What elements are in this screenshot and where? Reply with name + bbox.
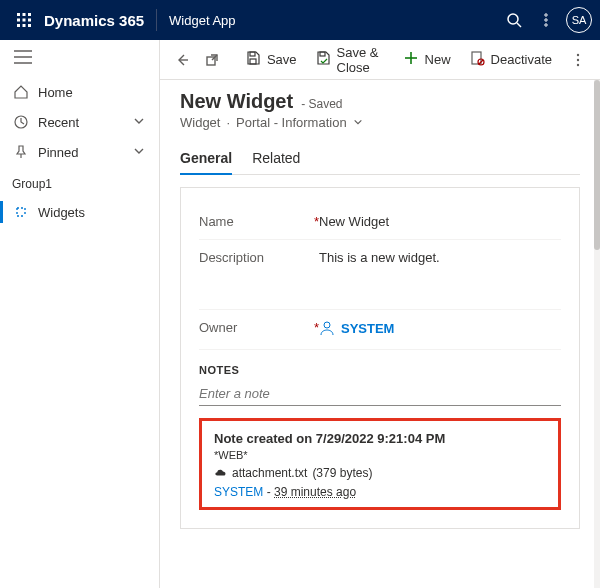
svg-point-13 [545, 24, 547, 26]
note-attachment[interactable]: attachment.txt (379 bytes) [214, 465, 546, 481]
svg-point-31 [577, 63, 579, 65]
svg-point-9 [508, 14, 518, 24]
sidebar-group-label: Group1 [0, 167, 159, 197]
notes-section-label: NOTES [199, 364, 561, 376]
field-value[interactable]: This is a new widget. [319, 250, 561, 265]
back-button[interactable] [168, 48, 196, 72]
user-avatar[interactable]: SA [566, 7, 592, 33]
field-description[interactable]: Description This is a new widget. [199, 240, 561, 310]
svg-point-29 [577, 53, 579, 55]
global-topbar: Dynamics 365 Widget App SA [0, 0, 600, 40]
field-owner[interactable]: Owner * SYSTEM [199, 310, 561, 350]
new-button[interactable]: New [395, 46, 459, 73]
form-content: New Widget - Saved Widget · Portal - Inf… [160, 80, 600, 588]
search-icon[interactable] [498, 4, 530, 36]
plus-icon [403, 50, 419, 69]
scrollbar-track[interactable] [594, 80, 600, 588]
save-close-icon [315, 50, 331, 69]
svg-rect-6 [17, 24, 20, 27]
sidebar-item-widgets[interactable]: Widgets [0, 197, 159, 227]
save-close-label: Save & Close [337, 45, 385, 75]
sidebar: Home Recent Pinned Group1 Widgets [0, 40, 160, 588]
save-close-button[interactable]: Save & Close [307, 41, 393, 79]
attachment-name: attachment.txt [232, 466, 307, 480]
note-source: *WEB* [214, 449, 546, 461]
tab-related[interactable]: Related [252, 144, 300, 174]
chevron-down-icon [353, 115, 363, 130]
chevron-down-icon [133, 145, 147, 160]
svg-rect-8 [28, 24, 31, 27]
sidebar-item-home[interactable]: Home [0, 77, 159, 107]
svg-point-30 [577, 58, 579, 60]
note-title: Note created on 7/29/2022 9:21:04 PM [214, 431, 546, 446]
tab-general[interactable]: General [180, 144, 232, 174]
attachment-size: (379 bytes) [312, 466, 372, 480]
svg-rect-26 [472, 52, 481, 64]
form-card: Name * New Widget Description This is a … [180, 187, 580, 529]
sidebar-item-recent[interactable]: Recent [0, 107, 159, 137]
note-meta-user[interactable]: SYSTEM [214, 485, 263, 499]
sidebar-item-label: Pinned [38, 145, 133, 160]
scrollbar-thumb[interactable] [594, 80, 600, 250]
sidebar-item-label: Recent [38, 115, 133, 130]
sidebar-item-label: Home [38, 85, 147, 100]
note-input[interactable] [199, 382, 561, 406]
main-area: Save Save & Close New Deactivate New [160, 40, 600, 588]
command-bar: Save Save & Close New Deactivate [160, 40, 600, 80]
record-status: - Saved [301, 97, 342, 111]
record-title-text: New Widget [180, 90, 293, 113]
svg-rect-3 [17, 19, 20, 22]
app-name[interactable]: Widget App [169, 13, 236, 28]
app-launcher-icon[interactable] [8, 4, 40, 36]
deactivate-button[interactable]: Deactivate [461, 46, 560, 73]
save-label: Save [267, 52, 297, 67]
owner-lookup-value[interactable]: SYSTEM [319, 320, 394, 336]
svg-rect-23 [320, 52, 325, 56]
open-new-window-button[interactable] [198, 48, 226, 72]
svg-line-10 [517, 23, 521, 27]
person-icon [319, 320, 335, 336]
form-tabs: General Related [180, 144, 580, 175]
svg-rect-7 [23, 24, 26, 27]
svg-rect-21 [250, 52, 255, 56]
record-subtitle[interactable]: Widget · Portal - Information [180, 115, 580, 130]
field-value[interactable]: New Widget [319, 214, 561, 229]
svg-rect-0 [17, 13, 20, 16]
field-label: Owner * [199, 320, 319, 335]
svg-rect-22 [250, 59, 256, 64]
entity-icon [12, 204, 30, 220]
new-label: New [425, 52, 451, 67]
record-title: New Widget - Saved [180, 90, 343, 113]
save-button[interactable]: Save [237, 46, 305, 73]
hamburger-icon[interactable] [0, 40, 159, 77]
svg-point-32 [324, 322, 330, 328]
field-label: Description [199, 250, 319, 265]
svg-rect-4 [23, 19, 26, 22]
home-icon [12, 84, 30, 100]
field-name[interactable]: Name * New Widget [199, 204, 561, 240]
deactivate-icon [469, 50, 485, 69]
save-icon [245, 50, 261, 69]
deactivate-label: Deactivate [491, 52, 552, 67]
svg-rect-2 [28, 13, 31, 16]
field-label: Name * [199, 214, 319, 229]
svg-point-12 [545, 19, 547, 21]
svg-rect-1 [23, 13, 26, 16]
record-form-name: Portal - Information [236, 115, 347, 130]
note-meta: SYSTEM - 39 minutes ago [214, 485, 546, 499]
svg-rect-5 [28, 19, 31, 22]
note-meta-time: 39 minutes ago [274, 485, 356, 499]
sidebar-item-pinned[interactable]: Pinned [0, 137, 159, 167]
cloud-icon [214, 465, 227, 481]
note-item-highlighted: Note created on 7/29/2022 9:21:04 PM *WE… [199, 418, 561, 510]
pin-icon [12, 144, 30, 160]
brand-name[interactable]: Dynamics 365 [44, 12, 144, 29]
clock-icon [12, 114, 30, 130]
svg-point-11 [545, 14, 547, 16]
sidebar-item-label: Widgets [38, 205, 147, 220]
topbar-divider [156, 9, 157, 31]
chevron-down-icon [133, 115, 147, 130]
more-commands-icon[interactable] [564, 48, 592, 72]
overflow-menu-icon[interactable] [530, 4, 562, 36]
record-entity: Widget [180, 115, 220, 130]
